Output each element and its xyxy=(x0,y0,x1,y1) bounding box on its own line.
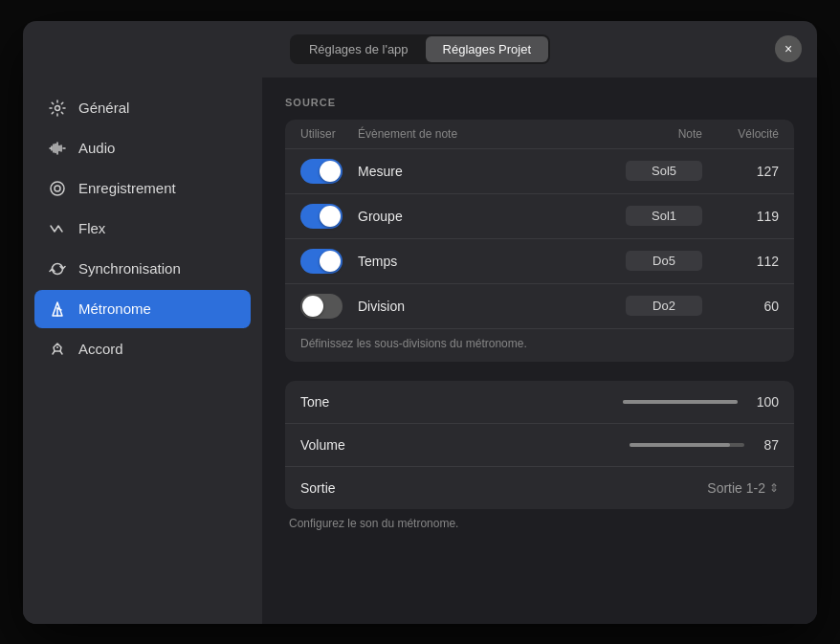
sidebar-item-accord[interactable]: Accord xyxy=(34,330,251,368)
flex-icon xyxy=(48,219,67,238)
sidebar-label-enregistrement: Enregistrement xyxy=(78,180,176,196)
main-content: SOURCE Utiliser Évènement de note Note V… xyxy=(262,78,817,624)
setting-label-tone: Tone xyxy=(300,394,329,410)
tab-switcher: Réglages de l'app Réglages Projet xyxy=(290,34,550,64)
note-groupe: Sol1 xyxy=(626,206,702,226)
sortie-value: Sortie 1-2 xyxy=(707,480,765,496)
svg-point-6 xyxy=(56,346,58,348)
sidebar-item-metronome[interactable]: Métronome xyxy=(34,290,251,328)
sidebar: Général Audio xyxy=(23,78,262,624)
sidebar-item-enregistrement[interactable]: Enregistrement xyxy=(34,169,251,208)
toggle-knob-temps xyxy=(320,251,341,272)
sidebar-label-accord: Accord xyxy=(78,341,123,357)
col-utiliser: Utiliser xyxy=(300,127,358,141)
toggle-knob-division xyxy=(302,296,323,317)
tone-slider[interactable] xyxy=(623,400,738,404)
chevron-updown-icon: ⇕ xyxy=(769,481,779,495)
sidebar-label-metronome: Métronome xyxy=(78,300,151,317)
sidebar-label-general: Général xyxy=(78,100,129,116)
velocity-mesure: 127 xyxy=(702,164,779,179)
sidebar-label-flex: Flex xyxy=(78,220,105,236)
toggle-knob-groupe xyxy=(320,206,341,227)
note-temps: Do5 xyxy=(626,251,702,271)
source-table: Utiliser Évènement de note Note Vélocité… xyxy=(285,120,794,362)
col-velocite: Vélocité xyxy=(702,127,779,141)
metronome-icon xyxy=(48,300,67,319)
settings-modal: Réglages de l'app Réglages Projet × xyxy=(23,21,817,624)
table-header: Utiliser Évènement de note Note Vélocité xyxy=(285,120,794,149)
svg-point-2 xyxy=(55,186,60,191)
svg-point-0 xyxy=(55,105,60,110)
sidebar-item-audio[interactable]: Audio xyxy=(34,129,251,167)
sidebar-item-general[interactable]: Général xyxy=(34,89,251,127)
toggle-division[interactable] xyxy=(300,294,343,319)
sortie-select[interactable]: Sortie 1-2 ⇕ xyxy=(707,480,779,496)
toggle-temps[interactable] xyxy=(300,249,343,274)
velocity-division: 60 xyxy=(702,299,779,314)
gear-icon xyxy=(48,99,67,118)
table-row: Division Do2 60 xyxy=(285,284,794,329)
close-icon: × xyxy=(785,41,792,56)
tuner-icon xyxy=(48,340,67,359)
note-division: Do2 xyxy=(626,296,702,316)
waveform-icon xyxy=(48,139,67,158)
row-label-temps: Temps xyxy=(358,254,626,269)
volume-slider[interactable] xyxy=(630,443,744,447)
close-button[interactable]: × xyxy=(775,35,802,62)
svg-point-1 xyxy=(51,182,64,195)
record-icon xyxy=(48,179,67,198)
modal-header: Réglages de l'app Réglages Projet × xyxy=(23,21,817,78)
sidebar-item-flex[interactable]: Flex xyxy=(34,210,251,248)
sidebar-label-synchronisation: Synchronisation xyxy=(78,260,181,277)
velocity-temps: 112 xyxy=(702,254,779,269)
modal-body: Général Audio xyxy=(23,78,817,624)
setting-value-tone: 100 xyxy=(757,394,779,410)
setting-row-volume: Volume 87 xyxy=(285,424,794,467)
source-hint: Définissez les sous-divisions du métrono… xyxy=(285,329,794,362)
sync-icon xyxy=(48,259,67,278)
toggle-mesure[interactable] xyxy=(300,159,343,184)
table-row: Temps Do5 112 xyxy=(285,239,794,284)
col-event: Évènement de note xyxy=(358,127,626,141)
modal-overlay: Réglages de l'app Réglages Projet × xyxy=(0,0,840,644)
velocity-groupe: 119 xyxy=(702,209,779,224)
sidebar-label-audio: Audio xyxy=(78,140,115,156)
source-section-label: SOURCE xyxy=(285,97,794,108)
row-label-groupe: Groupe xyxy=(358,209,626,224)
tab-project[interactable]: Réglages Projet xyxy=(426,36,549,62)
settings-section: Tone 100 Volume xyxy=(285,381,794,509)
toggle-knob-mesure xyxy=(320,161,341,182)
note-mesure: Sol5 xyxy=(626,161,702,181)
setting-row-tone: Tone 100 xyxy=(285,381,794,424)
setting-row-sortie: Sortie Sortie 1-2 ⇕ xyxy=(285,467,794,509)
row-label-mesure: Mesure xyxy=(358,164,626,179)
table-row: Groupe Sol1 119 xyxy=(285,194,794,239)
sidebar-item-synchronisation[interactable]: Synchronisation xyxy=(34,250,251,288)
row-label-division: Division xyxy=(358,299,626,314)
setting-label-sortie: Sortie xyxy=(300,480,336,496)
toggle-groupe[interactable] xyxy=(300,204,343,229)
settings-hint: Configurez le son du métronome. xyxy=(285,517,794,530)
setting-value-volume: 87 xyxy=(763,437,779,453)
col-note: Note xyxy=(626,127,702,141)
table-row: Mesure Sol5 127 xyxy=(285,149,794,194)
tab-app[interactable]: Réglages de l'app xyxy=(292,36,426,62)
setting-label-volume: Volume xyxy=(300,437,345,453)
